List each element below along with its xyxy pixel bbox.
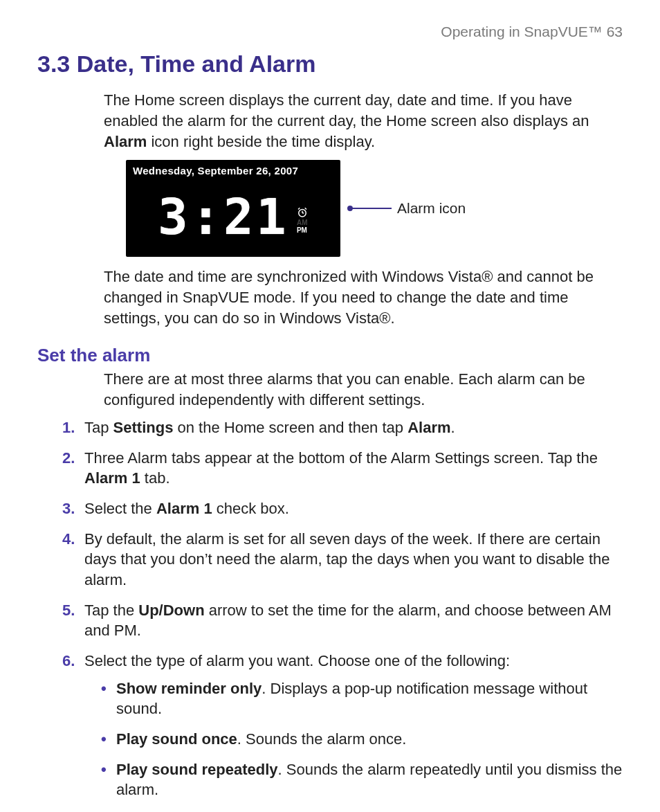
clock-body: 3:21 AM PM xyxy=(133,180,333,255)
figure-callout: Alarm icon xyxy=(350,199,466,218)
step-item: 4. By default, the alarm is set for all … xyxy=(62,529,623,590)
list-item: Play sound once. Sounds the alarm once. xyxy=(101,729,623,750)
step-number: 1. xyxy=(62,417,75,438)
svg-line-4 xyxy=(304,208,306,210)
intro-paragraph: The Home screen displays the current day… xyxy=(104,90,623,152)
step-number: 3. xyxy=(62,498,75,519)
bullet-text: Play sound repeatedly. Sounds the alarm … xyxy=(116,761,622,799)
clock-display: Wednesday, September 26, 2007 3:21 AM PM xyxy=(126,160,340,257)
subheading-set-alarm: Set the alarm xyxy=(37,343,623,368)
alarm-clock-icon xyxy=(296,204,309,216)
running-header: Operating in SnapVUE™ 63 xyxy=(37,22,623,42)
step-text: Tap Settings on the Home screen and then… xyxy=(84,419,455,436)
step-item: 6. Select the type of alarm you want. Ch… xyxy=(62,651,623,800)
callout-leader-line xyxy=(350,208,392,209)
clock-side: AM PM xyxy=(296,204,309,234)
step-item: 2. Three Alarm tabs appear at the bottom… xyxy=(62,448,623,489)
sync-paragraph: The date and time are synchronized with … xyxy=(104,267,623,328)
step-number: 2. xyxy=(62,448,75,469)
ampm-indicator: AM PM xyxy=(297,219,308,234)
step-item: 1. Tap Settings on the Home screen and t… xyxy=(62,417,623,438)
pm-label: PM xyxy=(297,226,308,234)
step-number: 5. xyxy=(62,600,75,621)
callout-label: Alarm icon xyxy=(397,199,466,218)
step-text: Select the Alarm 1 check box. xyxy=(84,500,289,517)
step-text: By default, the alarm is set for all sev… xyxy=(84,530,610,588)
bullet-text: Show reminder only. Displays a pop-up no… xyxy=(116,680,587,718)
section-heading: 3.3 Date, Time and Alarm xyxy=(37,48,623,80)
step-text: Tap the Up/Down arrow to set the time fo… xyxy=(84,602,612,640)
clock-date: Wednesday, September 26, 2007 xyxy=(133,164,333,178)
subintro-paragraph: There are at most three alarms that you … xyxy=(104,369,623,410)
am-label: AM xyxy=(297,219,308,226)
step-item: 3. Select the Alarm 1 check box. xyxy=(62,498,623,519)
step-text: Select the type of alarm you want. Choos… xyxy=(84,652,510,669)
clock-time: 3:21 xyxy=(158,192,288,242)
step-item: 5. Tap the Up/Down arrow to set the time… xyxy=(62,600,623,641)
list-item: Show reminder only. Displays a pop-up no… xyxy=(101,678,623,719)
svg-line-3 xyxy=(298,208,300,210)
bullet-text: Play sound once. Sounds the alarm once. xyxy=(116,730,406,748)
step-number: 4. xyxy=(62,529,75,550)
alarm-type-bullets: Show reminder only. Displays a pop-up no… xyxy=(84,678,623,800)
step-text: Three Alarm tabs appear at the bottom of… xyxy=(84,449,598,487)
steps-list: 1. Tap Settings on the Home screen and t… xyxy=(37,417,623,800)
list-item: Play sound repeatedly. Sounds the alarm … xyxy=(101,759,623,800)
clock-figure: Wednesday, September 26, 2007 3:21 AM PM xyxy=(126,160,623,257)
step-number: 6. xyxy=(62,651,75,671)
